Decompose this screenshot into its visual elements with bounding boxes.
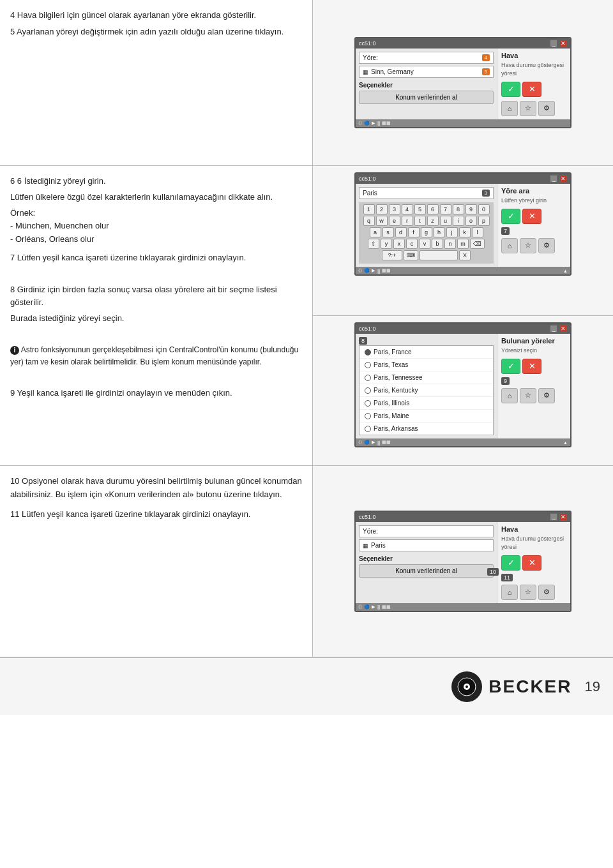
screen4-paris-field[interactable]: ▦ Paris — [359, 539, 494, 551]
key-1[interactable]: 1 — [363, 204, 375, 214]
key-kbd[interactable]: ⌨ — [404, 250, 418, 260]
home-btn-4[interactable]: ⌂ — [501, 585, 518, 600]
cancel-btn-3[interactable]: ✕ — [522, 359, 541, 374]
key-8[interactable]: 8 — [453, 204, 464, 214]
key-4[interactable]: 4 — [402, 204, 413, 214]
minimize-btn-3[interactable]: _ — [550, 325, 557, 333]
konum-btn[interactable]: Konum verilerinden al — [359, 91, 494, 104]
screen1-panel-sub: Hava durumu göstergesi yöresi — [501, 61, 566, 77]
step9-text: 9 Yeşil kanca işareti ile girdinizi onay… — [10, 387, 302, 400]
key-g[interactable]: g — [421, 227, 432, 237]
kbd-row5: ?:+ ⌨ X — [361, 250, 492, 260]
key-3[interactable]: 3 — [389, 204, 400, 214]
settings-btn-3[interactable]: ⚙ — [538, 388, 555, 403]
list-item-1[interactable]: Paris, Texas — [359, 359, 493, 371]
yore-label-field: Yöre: 4 — [359, 52, 494, 64]
key-n[interactable]: n — [444, 239, 456, 249]
top-row: 4 Hava bilgileri için güncel olarak ayar… — [0, 0, 613, 166]
key-u[interactable]: u — [440, 216, 451, 226]
close-btn-3[interactable]: ✕ — [559, 325, 567, 333]
key-k[interactable]: k — [459, 227, 471, 237]
key-j[interactable]: j — [446, 227, 458, 237]
key-w[interactable]: w — [376, 216, 388, 226]
key-special[interactable]: ?:+ — [382, 250, 402, 260]
home-btn-1[interactable]: ⌂ — [501, 101, 518, 116]
screen3-panel-title: Bulunan yöreler — [501, 337, 566, 345]
sinn-field[interactable]: ▦ Sinn, Germany 5 — [359, 66, 494, 78]
radio-2 — [365, 375, 371, 381]
key-backspace[interactable]: ⌫ — [470, 239, 485, 249]
close-btn-2[interactable]: ✕ — [559, 175, 567, 183]
screen1-body: Yöre: 4 ▦ Sinn, Germany 5 Seçenekler — [356, 49, 570, 119]
close-btn-4[interactable]: ✕ — [559, 513, 567, 521]
key-c[interactable]: c — [406, 239, 418, 249]
home-btn-3[interactable]: ⌂ — [501, 388, 518, 403]
key-m[interactable]: m — [457, 239, 469, 249]
key-5[interactable]: 5 — [414, 204, 426, 214]
key-p[interactable]: p — [478, 216, 490, 226]
key-y[interactable]: y — [381, 239, 392, 249]
settings-btn-4[interactable]: ⚙ — [538, 585, 555, 600]
cancel-btn-4[interactable]: ✕ — [522, 555, 541, 571]
screen4-konum-btn[interactable]: Konum verilerinden al — [359, 564, 494, 578]
screen2-main: Paris 3 1234567890 qwertzuiop — [356, 184, 497, 267]
minimize-btn-4[interactable]: _ — [550, 513, 557, 521]
key-f[interactable]: f — [408, 227, 420, 237]
screen1: cc51:0 _ ✕ Yöre: 4 — [354, 37, 571, 128]
nav-btn-3[interactable]: ☆ — [520, 388, 536, 403]
nav-btn-2[interactable]: ☆ — [520, 238, 536, 253]
key-space[interactable] — [420, 250, 458, 260]
key-l[interactable]: l — [472, 227, 483, 237]
screen2-panel-title: Yöre ara — [501, 187, 566, 195]
list-item-4[interactable]: Paris, Illinois — [359, 397, 493, 410]
key-close[interactable]: X — [459, 250, 471, 260]
settings-btn-2[interactable]: ⚙ — [538, 238, 555, 253]
confirm-btn-3[interactable]: ✓ — [501, 359, 520, 374]
key-z[interactable]: z — [427, 216, 439, 226]
cancel-btn-1[interactable]: ✕ — [522, 82, 541, 97]
minimize-btn[interactable]: _ — [550, 40, 557, 47]
key-shift[interactable]: ⇧ — [368, 239, 379, 249]
key-d[interactable]: d — [395, 227, 407, 237]
nav-btn-4[interactable]: ☆ — [520, 585, 536, 600]
key-2[interactable]: 2 — [376, 204, 388, 214]
cancel-btn-2[interactable]: ✕ — [522, 209, 541, 224]
screen3-titlebar: cc51:0 _ ✕ — [356, 324, 570, 334]
close-btn[interactable]: ✕ — [559, 40, 567, 47]
key-7[interactable]: 7 — [440, 204, 451, 214]
key-6[interactable]: 6 — [427, 204, 439, 214]
list-item-5[interactable]: Paris, Maine — [359, 410, 493, 423]
key-o[interactable]: o — [465, 216, 477, 226]
screen3-area: cc51:0 _ ✕ 8 — [313, 316, 613, 465]
key-e[interactable]: e — [389, 216, 400, 226]
location-3: Paris, Kentucky — [374, 387, 418, 394]
screen4-sidebar: Hava Hava durumu göstergesi yöresi ✓ ✕ 1… — [497, 522, 570, 602]
key-t[interactable]: t — [414, 216, 426, 226]
key-0[interactable]: 0 — [478, 204, 490, 214]
list-item-0[interactable]: Paris, France — [359, 346, 493, 359]
key-i[interactable]: i — [453, 216, 464, 226]
list-item-3[interactable]: Paris, Kentucky — [359, 384, 493, 397]
confirm-btn-1[interactable]: ✓ — [501, 82, 520, 97]
screen2-panel-sub: Lütfen yöreyi girin — [501, 197, 566, 205]
home-btn-2[interactable]: ⌂ — [501, 238, 518, 253]
key-h[interactable]: h — [434, 227, 445, 237]
confirm-btn-4[interactable]: ✓ — [501, 555, 520, 571]
minimize-btn-2[interactable]: _ — [550, 175, 557, 183]
paris-input-field[interactable]: Paris 3 — [359, 187, 494, 199]
key-9[interactable]: 9 — [465, 204, 477, 214]
step6-detail: Lütfen ülkelere özgü özel karakterlerin … — [10, 191, 302, 204]
key-q[interactable]: q — [363, 216, 375, 226]
key-x[interactable]: x — [393, 239, 405, 249]
list-item-6[interactable]: Paris, Arkansas — [359, 423, 493, 435]
nav-btn-1[interactable]: ☆ — [520, 101, 536, 116]
list-item-2[interactable]: Paris, Tennessee — [359, 371, 493, 384]
key-a[interactable]: a — [370, 227, 381, 237]
top-left-text: 4 Hava bilgileri için güncel olarak ayar… — [0, 0, 313, 165]
settings-btn-1[interactable]: ⚙ — [538, 101, 555, 116]
key-r[interactable]: r — [402, 216, 413, 226]
key-b[interactable]: b — [432, 239, 443, 249]
key-v[interactable]: v — [419, 239, 430, 249]
confirm-btn-2[interactable]: ✓ — [501, 209, 520, 224]
key-s[interactable]: s — [382, 227, 394, 237]
